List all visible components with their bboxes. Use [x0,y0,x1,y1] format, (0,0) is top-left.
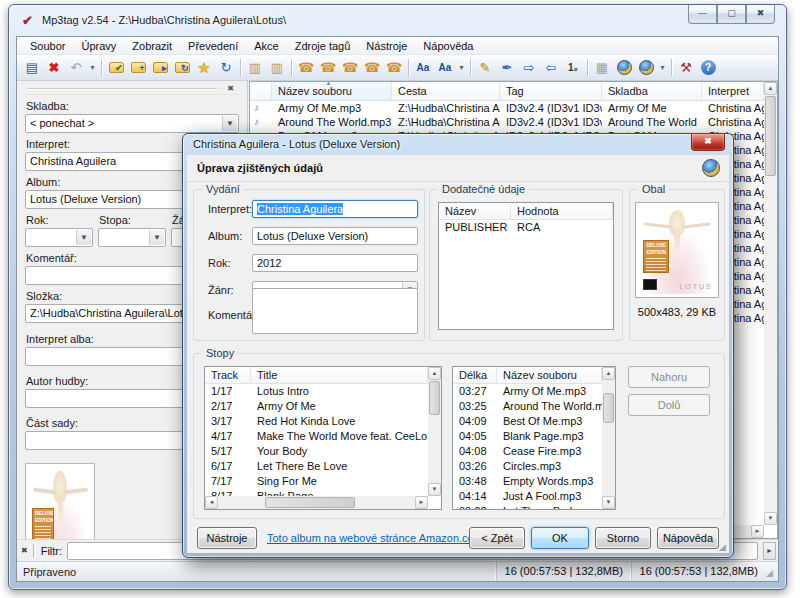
track-row[interactable]: 7/17Sing For Me [205,474,428,489]
track-row[interactable]: 6/17Let There Be Love [205,459,428,474]
add-favorite-button[interactable]: ★ [193,57,215,79]
album-art-thumbnail[interactable]: DELUXE EDITION LOTUS [25,463,95,539]
chevron-down-icon[interactable]: ▼ [222,116,237,131]
file-length-row[interactable]: 04:08Cease Fire.mp3 [453,444,602,459]
tag-source-2-button[interactable]: ☎ [317,57,339,79]
dlg-rok-input[interactable]: 2012 [252,254,418,272]
filter-close-icon[interactable]: ✖ [21,546,28,555]
column-header[interactable]: Název souboru [497,367,602,383]
scrollbar-thumb[interactable] [265,497,355,508]
scroll-down-icon[interactable]: ▼ [428,483,441,496]
dlg-album-input[interactable]: Lotus (Deluxe Version) [252,227,418,245]
files-vscrollbar[interactable]: ▲ ▼ [602,367,615,509]
track-row[interactable]: 3/17Red Hot Kinda Love [205,414,428,429]
amazon-link[interactable]: Toto album na webové stránce Amazon.com. [267,532,486,544]
menu-item-8[interactable]: Nápověda [415,38,481,54]
tracks-hscrollbar[interactable]: ◄ ► [205,496,428,509]
extra-field-row[interactable]: PUBLISHERRCA [439,220,613,235]
file-row[interactable]: ♪Around The World.mp3Z:\Hudba\Christina … [250,115,764,129]
dialog-resize-grip[interactable]: ◢ [719,542,726,552]
scroll-right-icon[interactable]: ► [751,525,764,538]
file-length-row[interactable]: 03:26Circles.mp3 [453,459,602,474]
skladba-combo[interactable]: < ponechat >▼ [25,114,239,133]
add-directory-button[interactable]: + [127,57,149,79]
column-header[interactable]: Cesta [392,82,500,100]
ok-button[interactable]: OK [531,527,589,549]
column-header[interactable]: Title [251,367,428,383]
save-button[interactable]: ▤ [21,57,43,79]
dlg-komentar-textarea[interactable] [252,288,418,334]
scroll-left-icon[interactable]: ◄ [205,496,218,509]
resize-grip[interactable]: ◢ [766,562,778,581]
back-button[interactable]: < Zpět [469,527,525,549]
options-button[interactable]: ⚒ [675,57,697,79]
title-bar[interactable]: ✔ Mp3tag v2.54 - Z:\Hudba\Christina Agui… [9,5,786,36]
file-row[interactable]: ♪Army Of Me.mp3Z:\Hudba\Christina Ag...I… [250,101,764,115]
track-row[interactable]: 2/17Army Of Me [205,399,428,414]
file-length-row[interactable]: 04:14Just A Fool.mp3 [453,489,602,504]
column-header[interactable]: Interpret [702,82,764,100]
panel-grip[interactable] [27,88,217,90]
tag-source-1-button[interactable]: ☎ [295,57,317,79]
track-row[interactable]: 5/17Your Body [205,444,428,459]
move-up-button[interactable]: Nahoru [628,366,710,388]
tools-button[interactable]: Nástroje [197,527,257,549]
dialog-close-button[interactable]: ✖ [691,134,725,151]
cancel-button[interactable]: Storno [595,527,651,549]
tag-source-3-button[interactable]: ☎ [339,57,361,79]
track-row[interactable]: 8/17Blank Page [205,489,428,496]
paste-tag-button[interactable]: ▥ [266,57,288,79]
scroll-up-icon[interactable]: ▲ [764,82,777,95]
file-length-row[interactable]: 03:27Army Of Me.mp3 [453,384,602,399]
column-header[interactable]: Název [439,203,511,219]
autonumbering-wizard-button[interactable]: 1₂ [562,57,584,79]
file-length-row[interactable]: 03:48Empty Words.mp3 [453,474,602,489]
column-header[interactable]: Skladba [602,82,702,100]
case-conversion-more-button[interactable]: ▾ [456,57,467,79]
favorite-directory-button[interactable]: ↻ [171,57,193,79]
change-directory-button[interactable]: ✔ [105,57,127,79]
undo-more-button[interactable]: ▾ [87,57,98,79]
tag-source-4-button[interactable]: ☎ [361,57,383,79]
menu-item-3[interactable]: Zobrazit [124,38,180,54]
scrollbar-thumb[interactable] [765,96,776,176]
dlg-interpret-input[interactable]: Christina Aguilera [252,200,418,218]
column-header[interactable]: Track [205,367,251,383]
track-row[interactable]: 1/17Lotus Intro [205,384,428,399]
menu-item-1[interactable]: Soubor [22,38,73,54]
close-button[interactable]: ✖ [746,5,775,24]
rok-combo[interactable]: ▼ [25,228,93,247]
web-sources-2-button[interactable] [635,57,657,79]
track-row[interactable]: 4/17Make The World Move feat. CeeLo G [205,429,428,444]
convert-filename-tag-button[interactable]: ⇦ [540,57,562,79]
tracks-vscrollbar[interactable]: ▲ ▼ [428,367,441,496]
dialog-album-art[interactable]: DELUXE EDITION LOTUS [635,202,719,298]
column-header[interactable]: Název souboru▲ [272,82,392,100]
remove-tag-button[interactable]: ✖ [43,57,65,79]
scroll-up-icon[interactable]: ▲ [428,367,441,380]
convert-quick-button[interactable]: ✒ [496,57,518,79]
web-sources-button[interactable] [613,57,635,79]
column-header[interactable]: Délka [453,367,497,383]
help-button[interactable]: Nápověda [657,527,719,549]
edit-tag-button[interactable]: ✎ [474,57,496,79]
scroll-down-icon[interactable]: ▼ [764,512,777,525]
scroll-right-icon[interactable]: ► [415,496,428,509]
filter-dropdown-icon[interactable]: ► [763,542,776,560]
file-list-header-icon-col[interactable] [250,82,272,100]
chevron-down-icon[interactable]: ▼ [149,230,164,245]
chevron-down-icon[interactable]: ▼ [76,230,91,245]
column-header[interactable]: Tag [500,82,602,100]
undo-button[interactable]: ↶ [65,57,87,79]
help-button[interactable]: ? [697,57,719,79]
vertical-scrollbar[interactable]: ▲ ▼ [764,82,777,525]
menu-item-4[interactable]: Převedení [180,38,246,54]
stopa-combo[interactable]: ▼ [98,228,166,247]
scrollbar-thumb[interactable] [603,393,614,423]
copy-tag-button[interactable]: ▥ [244,57,266,79]
file-length-row[interactable]: 03:25Around The World.mp3 [453,399,602,414]
open-directory-button[interactable]: ▸ [149,57,171,79]
scrollbar-thumb[interactable] [429,381,440,415]
move-down-button[interactable]: Dolů [628,394,710,416]
scroll-up-icon[interactable]: ▲ [602,367,615,380]
